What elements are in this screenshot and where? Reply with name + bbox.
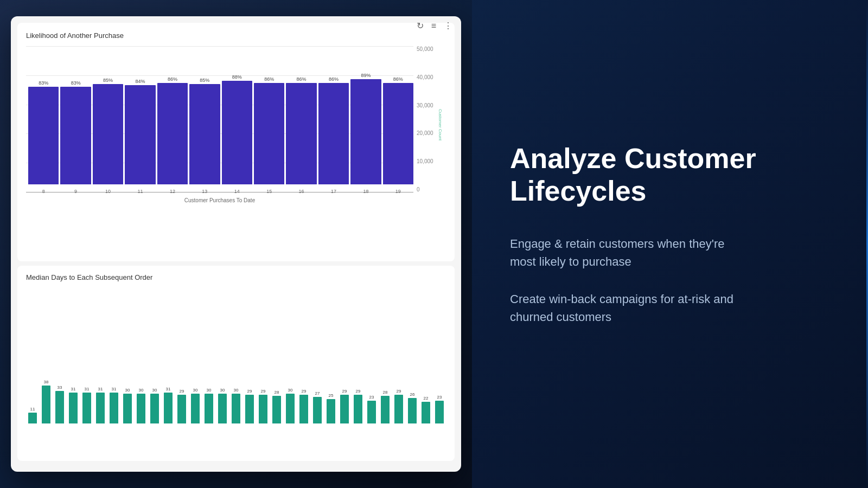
bottom-bar-wrapper: 30 [229, 299, 242, 423]
bar-wrapper: 85%10 [93, 46, 123, 184]
bar-x-label: 15 [266, 189, 272, 194]
bottom-bar-label: 29 [180, 389, 184, 394]
bottom-bar-wrapper: 29 [352, 299, 365, 423]
bar: 11 [125, 85, 155, 184]
bottom-bar-wrapper: 30 [189, 299, 202, 423]
bar: 9 [60, 87, 91, 184]
bottom-bar [286, 394, 295, 423]
bar-wrapper: 86%17 [318, 46, 349, 184]
bottom-bar-label: 31 [71, 387, 76, 391]
bar-x-label: 9 [74, 189, 77, 194]
bar-wrapper: 84%11 [125, 46, 155, 184]
bar: 18 [350, 79, 381, 184]
bottom-chart-section: Median Days to Each Subsequent Order 113… [17, 266, 455, 461]
more-icon[interactable]: ⋮ [444, 21, 452, 31]
bottom-bar-wrapper: 28 [270, 299, 283, 423]
bar: 10 [93, 84, 123, 184]
bar-pct-label: 86% [329, 76, 339, 82]
bar-pct-label: 89% [361, 73, 371, 78]
bottom-bar-wrapper: 31 [94, 299, 107, 423]
bar-wrapper: 86%16 [286, 46, 316, 184]
refresh-icon[interactable]: ↻ [417, 21, 424, 31]
bottom-bar [422, 402, 430, 423]
bottom-bar [299, 395, 308, 423]
bottom-bar-label: 30 [125, 388, 130, 393]
y-label-50k: 50,000 [417, 46, 433, 52]
bottom-bar [191, 394, 200, 423]
bar-wrapper: 86%12 [157, 46, 188, 184]
bottom-bar-wrapper: 38 [40, 299, 53, 423]
x-axis-title: Customer Purchases To Date [26, 197, 413, 203]
bottom-bar-label: 30 [139, 388, 144, 393]
bar-x-label: 11 [137, 189, 143, 194]
bottom-bar [42, 386, 50, 423]
bottom-bar-label: 30 [220, 388, 225, 393]
bottom-bar-label: 28 [383, 390, 388, 395]
bottom-bar [408, 398, 417, 423]
bottom-bar-wrapper: 29 [243, 299, 256, 423]
toolbar: ↻ ≡ ⋮ [417, 21, 452, 31]
bottom-bar-wrapper: 29 [175, 299, 188, 423]
bottom-bar-label: 26 [410, 392, 415, 397]
bottom-bar-label: 29 [261, 389, 266, 394]
y-axis-side-label: Customer Count [437, 109, 442, 140]
bar-x-label: 8 [42, 189, 45, 194]
bar-pct-label: 85% [200, 78, 209, 83]
bottom-bar-wrapper: 29 [392, 299, 405, 423]
bar-pct-label: 84% [135, 79, 145, 84]
bottom-bar-wrapper: 31 [162, 299, 175, 423]
bar: 19 [383, 83, 413, 184]
bottom-bar [259, 395, 267, 423]
bottom-bar-label: 23 [369, 395, 374, 400]
bar-wrapper: 86%19 [383, 46, 413, 184]
y-label-20k: 20,000 [417, 130, 433, 136]
bottom-bar-label: 38 [44, 380, 49, 384]
bottom-bar [218, 394, 227, 423]
bottom-bar-label: 25 [329, 393, 334, 398]
bottom-bar [354, 395, 362, 423]
bottom-bar-label: 22 [424, 396, 429, 401]
bottom-bar-wrapper: 23 [365, 299, 378, 423]
bottom-bar [55, 391, 64, 423]
bottom-bar-wrapper: 30 [135, 299, 148, 423]
bottom-bar [381, 396, 390, 423]
dashboard-card: ↻ ≡ ⋮ Likelihood of Another Purchase [11, 16, 461, 472]
bar: 12 [157, 83, 188, 184]
bottom-bar-label: 28 [275, 390, 279, 395]
bar: 17 [318, 83, 349, 184]
bottom-bar [394, 395, 403, 423]
bottom-bar-label: 29 [302, 389, 307, 394]
bottom-bar [232, 394, 240, 423]
bottom-bar-wrapper: 11 [26, 299, 39, 423]
bottom-bar [110, 393, 118, 423]
bottom-bar [272, 396, 281, 423]
bar-x-label: 14 [234, 189, 240, 194]
left-panel: ↻ ≡ ⋮ Likelihood of Another Purchase [0, 0, 472, 488]
bottom-bar [28, 413, 37, 423]
bottom-bar-wrapper: 27 [311, 299, 324, 423]
bottom-bar [367, 401, 376, 423]
bar: 14 [222, 81, 252, 184]
bar-x-label: 16 [299, 189, 304, 194]
filter-icon[interactable]: ≡ [431, 21, 436, 31]
bottom-bar-wrapper: 31 [107, 299, 120, 423]
bar-pct-label: 83% [39, 80, 48, 86]
bar-x-label: 18 [363, 189, 368, 194]
y-label-0: 0 [417, 187, 420, 192]
bullet-1: Engage & retain customers when they're m… [510, 235, 830, 271]
bar-wrapper: 85%13 [189, 46, 220, 184]
bar-x-label: 12 [170, 189, 175, 194]
bar-wrapper: 89%18 [350, 46, 381, 184]
bar: 15 [254, 83, 284, 184]
bar-x-label: 19 [395, 189, 401, 194]
bottom-bar [340, 395, 349, 423]
bottom-bar-label: 31 [98, 387, 103, 391]
bottom-bar-label: 30 [152, 388, 157, 393]
main-heading: Analyze Customer Lifecycles [510, 143, 830, 208]
y-label-30k: 30,000 [417, 102, 433, 108]
top-chart-section: Likelihood of Another Purchase [17, 23, 455, 261]
bar-wrapper: 86%15 [254, 46, 284, 184]
bottom-bar [137, 394, 145, 423]
bottom-bar [327, 399, 335, 423]
bar-pct-label: 86% [393, 76, 403, 82]
